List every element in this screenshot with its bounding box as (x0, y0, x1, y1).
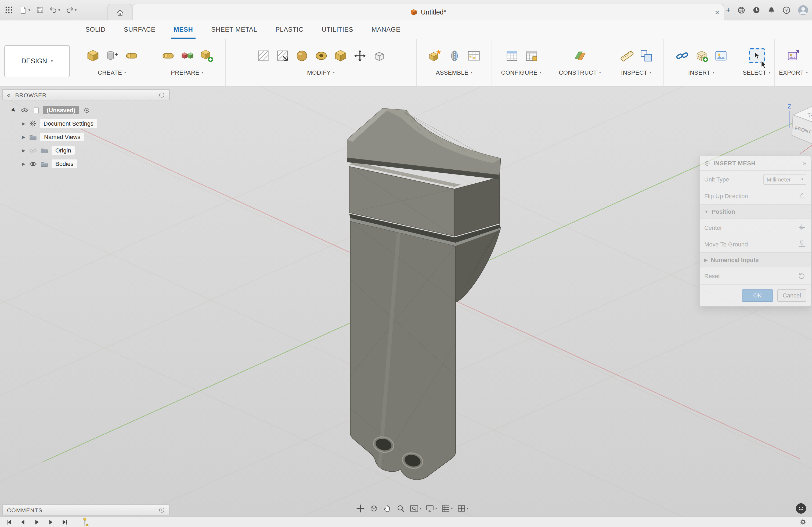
pan-hand-icon[interactable] (381, 504, 393, 513)
app-grid-button[interactable] (4, 5, 13, 15)
expand-icon[interactable]: ▶ (20, 134, 27, 139)
tree-row-bodies[interactable]: ▶ Bodies (20, 157, 77, 170)
prepare-menu[interactable]: PREPARE▾ (171, 69, 204, 76)
dialog-expand-icon[interactable]: » (803, 160, 806, 166)
unit-type-dropdown[interactable]: Millimeter ▾ (763, 174, 806, 185)
dialog-drag-icon[interactable] (704, 160, 710, 166)
position-section[interactable]: ▼ Position (700, 204, 811, 219)
tree-item-label[interactable]: Origin (52, 146, 75, 155)
ok-button[interactable]: OK (742, 289, 773, 302)
modify-plane-cut-icon[interactable] (372, 48, 387, 63)
viewport-canvas[interactable] (0, 86, 812, 516)
go-to-end-button[interactable] (61, 519, 68, 526)
document-name[interactable]: (Unsaved) (43, 106, 79, 114)
job-status-button[interactable] (752, 6, 761, 14)
expand-section-icon[interactable]: ▶ (704, 258, 708, 262)
tree-item-label[interactable]: Document Settings (40, 119, 97, 128)
configure-menu[interactable]: CONFIGURE▾ (501, 69, 541, 76)
tab-sheet-metal[interactable]: SHEET METAL (202, 20, 266, 39)
select-menu[interactable]: SELECT▾ (743, 69, 770, 76)
tab-manage[interactable]: MANAGE (362, 20, 410, 39)
create-box-icon[interactable] (85, 48, 100, 63)
document-tab[interactable]: Untitled* × (132, 4, 724, 20)
activate-target-icon[interactable] (83, 106, 90, 114)
visibility-eye-off-icon[interactable] (29, 146, 37, 155)
visibility-eye-icon[interactable] (29, 160, 37, 168)
user-avatar[interactable] (797, 4, 809, 16)
center-icon[interactable] (797, 223, 806, 232)
create-cylinder-icon[interactable] (104, 48, 119, 63)
tree-item-label[interactable]: Named Views (40, 133, 84, 141)
tab-surface[interactable]: SURFACE (115, 20, 165, 39)
tab-plastic[interactable]: PLASTIC (266, 20, 313, 39)
create-primitive-icon[interactable] (124, 48, 139, 63)
modify-move-icon[interactable] (352, 48, 367, 63)
undo-button[interactable]: ▾ (49, 6, 60, 14)
tree-row-named-views[interactable]: ▶ Named Views (20, 131, 84, 143)
file-menu-button[interactable]: ▾ (19, 6, 30, 14)
step-back-button[interactable] (19, 519, 26, 526)
modify-combine-icon[interactable] (333, 48, 348, 63)
modify-erase-fill-icon[interactable] (314, 48, 329, 63)
redo-button[interactable]: ▾ (66, 6, 76, 14)
step-forward-button[interactable] (47, 519, 54, 526)
zoom-icon[interactable] (395, 504, 407, 513)
tree-row-origin[interactable]: ▶ Origin (20, 144, 75, 157)
flip-direction-icon[interactable] (797, 191, 806, 200)
numerical-inputs-section[interactable]: ▶ Numerical Inputs (700, 252, 811, 267)
collapse-panel-icon[interactable]: « (7, 91, 11, 99)
modify-smooth-icon[interactable] (294, 48, 309, 63)
add-comment-icon[interactable] (159, 507, 165, 513)
collapse-section-icon[interactable]: ▼ (704, 209, 709, 214)
tree-row-document[interactable]: ▶ (Unsaved) (11, 104, 90, 117)
zoom-window-icon[interactable]: ▾ (408, 504, 422, 513)
assemble-mirror-icon[interactable] (447, 48, 462, 63)
prepare-face-groups-icon[interactable] (180, 48, 195, 63)
timeline-settings-gear-icon[interactable] (799, 518, 807, 526)
tab-utilities[interactable]: UTILITIES (313, 20, 362, 39)
modify-menu[interactable]: MODIFY▾ (307, 69, 335, 76)
play-button[interactable] (33, 519, 40, 526)
expand-icon[interactable]: ▶ (20, 148, 27, 153)
orbit-icon[interactable] (354, 504, 366, 513)
export-menu[interactable]: EXPORT▾ (779, 69, 808, 76)
view-cube[interactable]: Z TOP FRONT RIGHT X (778, 94, 812, 160)
viewport-layout-icon[interactable]: ▾ (455, 504, 470, 513)
construct-menu[interactable]: CONSTRUCT▾ (559, 69, 601, 76)
tree-row-document-settings[interactable]: ▶ Document Settings (20, 117, 97, 130)
prepare-repair-icon[interactable] (160, 48, 175, 63)
save-button[interactable] (36, 6, 44, 14)
configure-settings-icon[interactable] (523, 48, 539, 63)
inspect-measure-icon[interactable] (619, 48, 634, 63)
look-at-icon[interactable] (368, 504, 380, 513)
create-menu[interactable]: CREATE▾ (98, 69, 126, 76)
inspect-menu[interactable]: INSPECT▾ (621, 69, 652, 76)
display-settings-icon[interactable]: ▾ (424, 504, 438, 513)
close-document-button[interactable]: × (715, 7, 719, 18)
assemble-pattern-icon[interactable] (466, 48, 481, 63)
tab-mesh[interactable]: MESH (165, 20, 202, 39)
tree-item-label[interactable]: Bodies (52, 160, 77, 168)
assemble-menu[interactable]: ASSEMBLE▾ (436, 69, 473, 76)
notifications-button[interactable] (767, 6, 776, 14)
web-browser-button[interactable] (737, 6, 746, 14)
export-icon[interactable] (786, 48, 801, 63)
prepare-merge-icon[interactable] (199, 48, 214, 63)
modify-remesh-icon[interactable] (256, 48, 271, 63)
reset-icon[interactable] (797, 271, 806, 280)
assemble-new-component-icon[interactable] (427, 48, 443, 63)
comments-bar[interactable]: COMMENTS (2, 504, 170, 515)
cancel-button[interactable]: Cancel (777, 289, 806, 302)
expand-icon[interactable]: ▶ (10, 106, 18, 114)
help-button[interactable] (782, 6, 791, 14)
move-to-ground-icon[interactable] (797, 239, 806, 249)
insert-canvas-icon[interactable] (713, 48, 728, 63)
panel-options-icon[interactable] (159, 91, 165, 98)
timeline-position-marker[interactable] (82, 517, 91, 527)
insert-derive-icon[interactable] (675, 48, 690, 63)
assistant-badge[interactable] (795, 502, 807, 514)
configure-table-icon[interactable] (504, 48, 519, 63)
construct-plane-icon[interactable] (572, 48, 588, 63)
insert-menu[interactable]: INSERT▾ (688, 69, 714, 76)
workspace-selector[interactable]: DESIGN ▾ (4, 45, 70, 77)
